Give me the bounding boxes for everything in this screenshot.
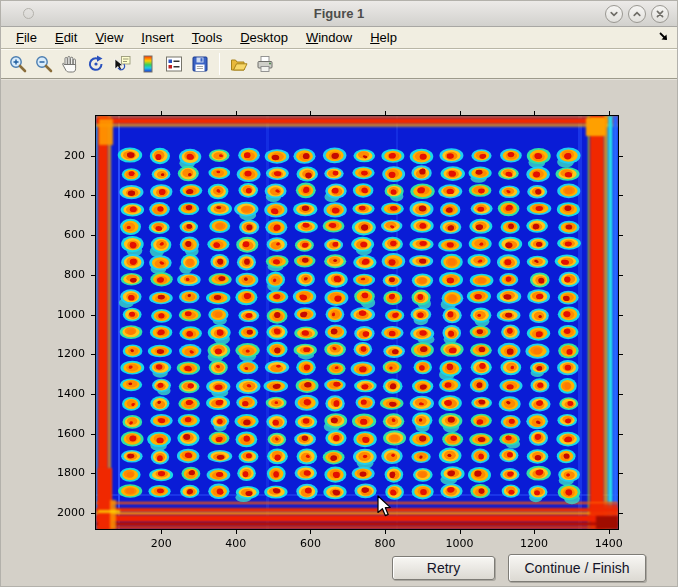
x-tick bbox=[385, 529, 386, 534]
menu-file[interactable]: File bbox=[7, 27, 46, 48]
data-cursor-button[interactable] bbox=[110, 51, 134, 77]
y-tick bbox=[91, 195, 96, 196]
y-tick bbox=[91, 235, 96, 236]
maximize-button[interactable] bbox=[628, 5, 646, 23]
y-tick-right bbox=[618, 473, 623, 474]
x-tick bbox=[310, 529, 311, 534]
y-tick-label: 1000 bbox=[1, 308, 85, 321]
menu-tools[interactable]: Tools bbox=[183, 27, 231, 48]
x-tick-top bbox=[161, 111, 162, 116]
y-tick bbox=[91, 434, 96, 435]
menu-edit[interactable]: Edit bbox=[46, 27, 86, 48]
y-tick-right bbox=[618, 275, 623, 276]
menu-desktop[interactable]: Desktop bbox=[231, 27, 297, 48]
open-folder-icon bbox=[229, 54, 249, 74]
x-tick-top bbox=[236, 111, 237, 116]
pan-hand-icon bbox=[60, 54, 80, 74]
save-button[interactable] bbox=[188, 51, 212, 77]
pan-button[interactable] bbox=[58, 51, 82, 77]
zoom-out-button[interactable] bbox=[32, 51, 56, 77]
y-tick-label: 1400 bbox=[1, 387, 85, 400]
insert-legend-button[interactable] bbox=[162, 51, 186, 77]
zoom-out-icon bbox=[34, 54, 54, 74]
heatmap-image[interactable] bbox=[96, 116, 618, 529]
zoom-in-icon bbox=[8, 54, 28, 74]
legend-icon bbox=[164, 54, 184, 74]
menu-view[interactable]: View bbox=[86, 27, 132, 48]
y-tick-right bbox=[618, 513, 623, 514]
rotate-3d-icon bbox=[86, 54, 106, 74]
dock-figure-icon[interactable] bbox=[657, 30, 671, 44]
window-title: Figure 1 bbox=[1, 6, 677, 21]
x-tick-top bbox=[385, 111, 386, 116]
rotate-3d-button[interactable] bbox=[84, 51, 108, 77]
x-tick-top bbox=[460, 111, 461, 116]
y-tick-label: 400 bbox=[1, 188, 85, 201]
zoom-in-button[interactable] bbox=[6, 51, 30, 77]
toolbar-separator bbox=[219, 53, 220, 75]
y-tick-right bbox=[618, 315, 623, 316]
menu-insert[interactable]: Insert bbox=[132, 27, 183, 48]
y-tick-right bbox=[618, 434, 623, 435]
x-tick-label: 1400 bbox=[595, 537, 623, 550]
close-icon bbox=[654, 8, 666, 20]
chevron-down-icon bbox=[608, 8, 620, 20]
insert-colorbar-button[interactable] bbox=[136, 51, 160, 77]
open-file-button[interactable] bbox=[227, 51, 251, 77]
y-tick bbox=[91, 394, 96, 395]
y-tick-right bbox=[618, 354, 623, 355]
figure-canvas-area: Retry Continue / Finish 2004006008001000… bbox=[1, 79, 678, 587]
x-tick-top bbox=[534, 111, 535, 116]
x-tick-label: 1000 bbox=[446, 537, 474, 550]
y-tick-label: 2000 bbox=[1, 506, 85, 519]
y-tick bbox=[91, 513, 96, 514]
x-tick-label: 200 bbox=[151, 537, 172, 550]
y-tick-label: 1200 bbox=[1, 347, 85, 360]
y-tick-label: 1600 bbox=[1, 427, 85, 440]
x-tick bbox=[161, 529, 162, 534]
toolbar bbox=[1, 49, 677, 79]
y-tick bbox=[91, 156, 96, 157]
y-tick-label: 600 bbox=[1, 228, 85, 241]
y-tick bbox=[91, 354, 96, 355]
y-tick-right bbox=[618, 235, 623, 236]
y-tick-label: 1800 bbox=[1, 466, 85, 479]
x-tick bbox=[236, 529, 237, 534]
x-tick-label: 600 bbox=[300, 537, 321, 550]
y-tick-right bbox=[618, 195, 623, 196]
menu-window[interactable]: Window bbox=[297, 27, 361, 48]
title-bar[interactable]: Figure 1 bbox=[1, 1, 677, 27]
continue-finish-button[interactable]: Continue / Finish bbox=[508, 554, 646, 582]
x-tick bbox=[460, 529, 461, 534]
x-tick-label: 1200 bbox=[520, 537, 548, 550]
y-tick bbox=[91, 315, 96, 316]
x-tick-top bbox=[609, 111, 610, 116]
colorbar-icon bbox=[138, 54, 158, 74]
figure-window: Figure 1 File Edit View Insert Tools Des… bbox=[0, 0, 678, 587]
x-tick-top bbox=[310, 111, 311, 116]
window-menu-icon[interactable] bbox=[23, 8, 34, 19]
menu-bar: File Edit View Insert Tools Desktop Wind… bbox=[1, 27, 677, 49]
data-cursor-icon bbox=[112, 54, 132, 74]
y-tick-label: 200 bbox=[1, 149, 85, 162]
retry-button[interactable]: Retry bbox=[392, 556, 495, 580]
window-controls bbox=[605, 5, 669, 23]
y-tick-right bbox=[618, 394, 623, 395]
x-tick bbox=[609, 529, 610, 534]
print-button[interactable] bbox=[253, 51, 277, 77]
close-button[interactable] bbox=[651, 5, 669, 23]
x-tick-label: 800 bbox=[374, 537, 395, 550]
shade-button[interactable] bbox=[605, 5, 623, 23]
menu-help[interactable]: Help bbox=[361, 27, 406, 48]
chevron-up-icon bbox=[631, 8, 643, 20]
save-icon bbox=[190, 54, 210, 74]
x-tick bbox=[534, 529, 535, 534]
y-tick bbox=[91, 275, 96, 276]
plot-axes[interactable] bbox=[95, 115, 619, 530]
y-tick-right bbox=[618, 156, 623, 157]
printer-icon bbox=[255, 54, 275, 74]
y-tick bbox=[91, 473, 96, 474]
x-tick-label: 400 bbox=[225, 537, 246, 550]
y-tick-label: 800 bbox=[1, 268, 85, 281]
